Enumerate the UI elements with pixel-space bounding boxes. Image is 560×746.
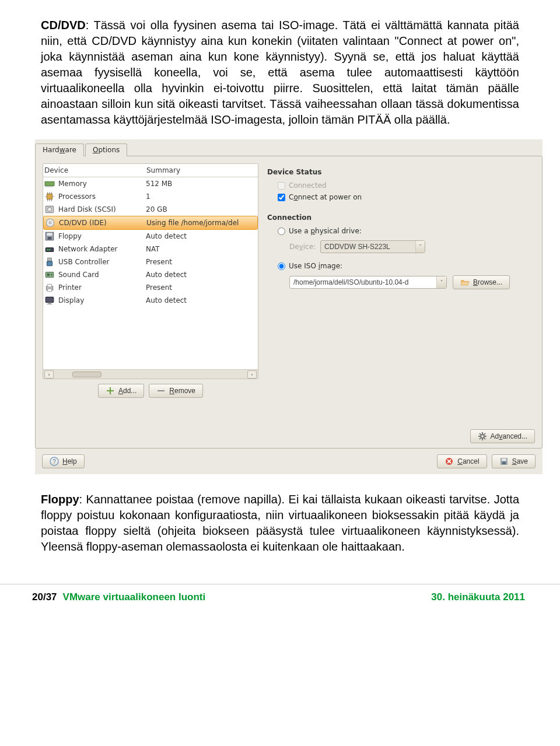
device-summary: Auto detect bbox=[146, 271, 257, 279]
device-summary: Using file /home/jorma/del bbox=[146, 219, 256, 227]
tabs: Hardware Options bbox=[35, 139, 542, 156]
svg-rect-51 bbox=[502, 458, 506, 461]
svg-rect-22 bbox=[48, 237, 52, 240]
device-summary: 20 GB bbox=[146, 205, 257, 213]
device-row-floppy[interactable]: FloppyAuto detect bbox=[43, 230, 258, 243]
svg-rect-34 bbox=[46, 297, 54, 302]
save-button[interactable]: Save bbox=[492, 454, 536, 468]
device-name: Hard Disk (SCSI) bbox=[58, 205, 146, 213]
svg-rect-0 bbox=[45, 182, 54, 186]
col-summary[interactable]: Summary bbox=[146, 166, 257, 174]
svg-rect-27 bbox=[47, 261, 52, 266]
svg-rect-21 bbox=[47, 233, 52, 236]
physical-device-combo: ˅ bbox=[320, 240, 425, 253]
device-row-memory[interactable]: Memory512 MB bbox=[43, 177, 258, 190]
help-icon: ? bbox=[50, 457, 59, 466]
physical-device-label: Device: bbox=[289, 243, 316, 251]
connection-title: Connection bbox=[267, 213, 535, 222]
use-physical-radio[interactable] bbox=[278, 227, 285, 235]
vm-settings-dialog: Hardware Options Device Summary Memory51… bbox=[35, 139, 542, 474]
device-status-title: Device Status bbox=[267, 168, 535, 176]
floppy-icon bbox=[44, 232, 55, 241]
device-list-header: Device Summary bbox=[43, 164, 258, 177]
cd-icon bbox=[45, 218, 55, 227]
tab-panel-hardware: Device Summary Memory512 MBProcessors1Ha… bbox=[35, 156, 542, 449]
gear-icon bbox=[478, 432, 487, 441]
svg-rect-1 bbox=[46, 185, 46, 187]
svg-rect-32 bbox=[48, 284, 52, 287]
paragraph-cddvd: CD/DVD: Tässä voi olla fyysinen asema ta… bbox=[41, 17, 519, 128]
svg-rect-25 bbox=[49, 249, 50, 250]
device-row-sound[interactable]: Sound CardAuto detect bbox=[43, 268, 258, 281]
device-detail-pane: Device Status Connected Connect at power… bbox=[267, 163, 535, 443]
scroll-right-button[interactable]: › bbox=[247, 370, 257, 379]
printer-icon bbox=[44, 283, 55, 292]
device-summary: Present bbox=[146, 283, 257, 292]
add-device-button[interactable]: Add... bbox=[98, 384, 144, 398]
device-name: Memory bbox=[58, 180, 146, 188]
use-physical-radio-row[interactable]: Use a physical drive: bbox=[267, 225, 535, 237]
cancel-icon bbox=[444, 457, 454, 466]
iso-path-combo[interactable]: ˅ bbox=[289, 276, 447, 289]
advanced-button[interactable]: Advanced... bbox=[470, 429, 535, 443]
device-summary: 1 bbox=[146, 192, 257, 201]
device-summary: Auto detect bbox=[146, 232, 257, 240]
help-button[interactable]: ? Help bbox=[42, 454, 85, 468]
page-number: 20/37 bbox=[32, 591, 57, 603]
connect-at-poweron-checkbox[interactable] bbox=[278, 194, 285, 201]
device-name: Display bbox=[58, 296, 146, 304]
device-row-display[interactable]: DisplayAuto detect bbox=[43, 294, 258, 307]
scroll-thumb[interactable] bbox=[72, 372, 102, 377]
page-footer: 20/37 VMware virtuaalikoneen luonti 30. … bbox=[0, 584, 560, 614]
iso-path-input[interactable] bbox=[290, 276, 436, 288]
svg-rect-5 bbox=[51, 185, 51, 187]
chevron-down-icon[interactable]: ˅ bbox=[436, 276, 446, 288]
svg-line-44 bbox=[484, 438, 485, 439]
device-row-printer[interactable]: PrinterPresent bbox=[43, 281, 258, 294]
horizontal-scrollbar[interactable]: ‹ › bbox=[43, 369, 258, 379]
svg-rect-37 bbox=[158, 390, 164, 391]
device-list-pane: Device Summary Memory512 MBProcessors1Ha… bbox=[43, 163, 258, 443]
remove-device-button[interactable]: Remove bbox=[149, 384, 203, 398]
paragraph-floppy: Floppy: Kannattanee poistaa (remove napi… bbox=[41, 492, 519, 555]
device-row-cd[interactable]: CD/DVD (IDE)Using file /home/jorma/del bbox=[43, 216, 258, 230]
use-physical-label: Use a physical drive: bbox=[289, 227, 362, 235]
svg-rect-24 bbox=[47, 249, 48, 250]
cancel-button[interactable]: Cancel bbox=[437, 454, 487, 468]
save-icon bbox=[499, 457, 509, 466]
device-row-net[interactable]: Network AdapterNAT bbox=[43, 243, 258, 255]
svg-point-38 bbox=[481, 435, 484, 438]
physical-device-input bbox=[321, 241, 415, 253]
para-body: : Tässä voi olla fyysinen asema tai ISO-… bbox=[41, 19, 519, 126]
cpu-icon bbox=[44, 192, 55, 201]
use-iso-radio-row[interactable]: Use ISO image: bbox=[267, 260, 535, 272]
connect-at-poweron-row[interactable]: Connect at power on bbox=[267, 191, 535, 203]
svg-line-43 bbox=[480, 433, 481, 435]
connected-label: Connected bbox=[289, 181, 327, 190]
chevron-down-icon: ˅ bbox=[415, 241, 425, 253]
col-device[interactable]: Device bbox=[44, 166, 146, 174]
scroll-left-button[interactable]: ‹ bbox=[44, 370, 54, 379]
tab-hardware[interactable]: Hardware bbox=[35, 143, 84, 156]
svg-rect-36 bbox=[47, 304, 52, 304]
svg-text:?: ? bbox=[52, 458, 56, 465]
use-iso-radio[interactable] bbox=[278, 262, 285, 270]
page-title: VMware virtuaalikoneen luonti bbox=[63, 591, 206, 603]
connected-checkbox bbox=[278, 182, 285, 190]
device-name: Processors bbox=[58, 192, 146, 201]
folder-open-icon bbox=[460, 278, 470, 287]
device-row-cpu[interactable]: Processors1 bbox=[43, 190, 258, 203]
svg-rect-2 bbox=[47, 185, 48, 187]
use-iso-label: Use ISO image: bbox=[289, 262, 342, 270]
tab-options[interactable]: Options bbox=[85, 143, 127, 156]
browse-button[interactable]: Browse... bbox=[453, 275, 510, 289]
svg-point-29 bbox=[47, 274, 50, 276]
device-name: Network Adapter bbox=[58, 245, 146, 253]
svg-rect-4 bbox=[50, 185, 50, 187]
device-row-usb[interactable]: USB ControllerPresent bbox=[43, 255, 258, 268]
device-scroll: Device Summary Memory512 MBProcessors1Ha… bbox=[43, 163, 258, 379]
device-row-hdd[interactable]: Hard Disk (SCSI)20 GB bbox=[43, 203, 258, 216]
svg-point-17 bbox=[48, 208, 52, 212]
svg-rect-7 bbox=[47, 194, 52, 199]
device-summary: Auto detect bbox=[146, 296, 257, 304]
